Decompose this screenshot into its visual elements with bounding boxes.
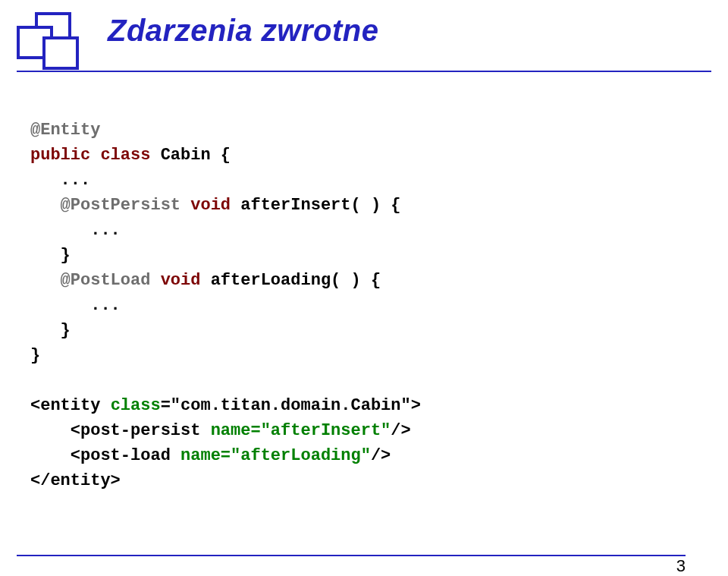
xml-class-value: ="com.titan.domain.Cabin">	[161, 396, 421, 415]
kw-void: void	[161, 271, 201, 290]
brace: }	[30, 346, 40, 365]
ellipsis: ...	[90, 296, 121, 315]
method-afterloading: afterLoading	[211, 271, 331, 290]
footer-divider	[17, 555, 686, 556]
parens: ( )	[331, 271, 361, 290]
xml-close: />	[391, 421, 410, 440]
annotation-postload: @PostLoad	[61, 271, 151, 290]
xml-entity-close: </entity>	[30, 471, 121, 490]
xml-postpersist-open: <post-persist	[71, 421, 211, 440]
xml-entity-open: <entity	[30, 396, 111, 415]
xml-attr-class: class	[111, 396, 161, 415]
brace: }	[61, 321, 71, 340]
kw-class: class	[100, 146, 150, 165]
ellipsis: ...	[61, 171, 91, 190]
brace: {	[371, 271, 381, 290]
parens: ( )	[351, 196, 381, 215]
ellipsis: ...	[90, 221, 121, 240]
slide-header: Zdarzenia zwrotne	[0, 0, 728, 72]
brace: }	[61, 246, 71, 265]
slide-title: Zdarzenia zwrotne	[108, 14, 728, 48]
class-name: Cabin	[161, 146, 211, 165]
slide-footer	[17, 555, 686, 556]
code-block: @Entity public class Cabin { ... @PostPe…	[30, 118, 728, 493]
kw-void: void	[190, 196, 231, 215]
xml-postload-open: <post-load	[71, 446, 180, 465]
xml-attr-name: name="afterInsert"	[211, 421, 391, 440]
brace: {	[391, 196, 400, 215]
svg-rect-2	[44, 38, 77, 68]
brace: {	[221, 146, 231, 165]
slide: Zdarzenia zwrotne @Entity public class C…	[0, 0, 728, 576]
overlapping-squares-icon	[17, 12, 82, 74]
xml-attr-name: name="afterLoading"	[180, 446, 371, 465]
xml-close: />	[371, 446, 391, 465]
kw-public: public	[30, 146, 90, 165]
header-divider	[17, 71, 711, 72]
annotation-entity: @Entity	[30, 121, 100, 140]
annotation-postpersist: @PostPersist	[61, 196, 180, 215]
method-afterinsert: afterInsert	[240, 196, 350, 215]
page-number: 3	[676, 556, 686, 576]
